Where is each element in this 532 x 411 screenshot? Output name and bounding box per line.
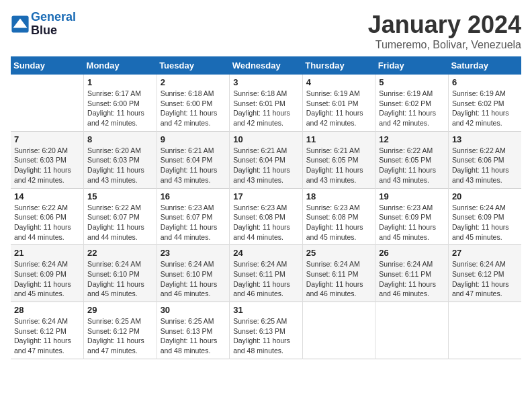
calendar-table: SundayMondayTuesdayWednesdayThursdayFrid… <box>11 56 521 359</box>
calendar-cell: 2Sunrise: 6:18 AM Sunset: 6:00 PM Daylig… <box>157 75 230 131</box>
day-number: 17 <box>233 191 299 201</box>
calendar-cell: 20Sunrise: 6:24 AM Sunset: 6:09 PM Dayli… <box>448 188 521 245</box>
day-number: 19 <box>379 191 445 201</box>
calendar-cell: 17Sunrise: 6:23 AM Sunset: 6:08 PM Dayli… <box>230 188 303 245</box>
day-info: Sunrise: 6:18 AM Sunset: 6:01 PM Dayligh… <box>233 89 299 128</box>
day-number: 29 <box>87 305 153 315</box>
day-number: 18 <box>306 191 372 201</box>
logo: General Blue <box>11 11 76 38</box>
calendar-cell: 6Sunrise: 6:19 AM Sunset: 6:02 PM Daylig… <box>448 75 521 131</box>
day-number: 26 <box>379 248 445 258</box>
calendar-cell: 26Sunrise: 6:24 AM Sunset: 6:11 PM Dayli… <box>375 245 449 302</box>
day-info: Sunrise: 6:24 AM Sunset: 6:11 PM Dayligh… <box>233 259 299 299</box>
day-info: Sunrise: 6:24 AM Sunset: 6:11 PM Dayligh… <box>379 259 445 299</box>
day-info: Sunrise: 6:23 AM Sunset: 6:08 PM Dayligh… <box>306 203 372 242</box>
day-number: 25 <box>306 248 372 258</box>
calendar-subtitle: Tumeremo, Bolivar, Venezuela <box>368 39 521 51</box>
calendar-week-row: 7Sunrise: 6:20 AM Sunset: 6:03 PM Daylig… <box>11 131 521 188</box>
day-info: Sunrise: 6:21 AM Sunset: 6:04 PM Dayligh… <box>233 146 299 185</box>
calendar-cell: 14Sunrise: 6:22 AM Sunset: 6:06 PM Dayli… <box>11 188 84 245</box>
day-info: Sunrise: 6:25 AM Sunset: 6:13 PM Dayligh… <box>161 316 226 356</box>
calendar-cell <box>448 302 521 359</box>
calendar-cell: 1Sunrise: 6:17 AM Sunset: 6:00 PM Daylig… <box>84 75 157 131</box>
logo-text: General Blue <box>31 11 76 38</box>
calendar-cell: 25Sunrise: 6:24 AM Sunset: 6:11 PM Dayli… <box>302 245 375 302</box>
calendar-cell: 11Sunrise: 6:21 AM Sunset: 6:05 PM Dayli… <box>302 131 375 188</box>
day-info: Sunrise: 6:22 AM Sunset: 6:05 PM Dayligh… <box>379 146 445 185</box>
day-info: Sunrise: 6:22 AM Sunset: 6:06 PM Dayligh… <box>14 203 80 242</box>
calendar-cell: 7Sunrise: 6:20 AM Sunset: 6:03 PM Daylig… <box>11 131 84 188</box>
calendar-cell: 28Sunrise: 6:24 AM Sunset: 6:12 PM Dayli… <box>11 302 84 359</box>
day-info: Sunrise: 6:24 AM Sunset: 6:09 PM Dayligh… <box>452 203 518 242</box>
weekday-header: Friday <box>375 56 449 75</box>
day-number: 8 <box>87 134 153 144</box>
day-info: Sunrise: 6:24 AM Sunset: 6:12 PM Dayligh… <box>14 316 80 356</box>
day-number: 16 <box>161 191 226 201</box>
day-number: 23 <box>161 248 226 258</box>
weekday-header: Saturday <box>448 56 521 75</box>
title-block: January 2024 Tumeremo, Bolivar, Venezuel… <box>368 11 521 51</box>
calendar-cell: 8Sunrise: 6:20 AM Sunset: 6:03 PM Daylig… <box>84 131 157 188</box>
calendar-week-row: 1Sunrise: 6:17 AM Sunset: 6:00 PM Daylig… <box>11 75 521 131</box>
day-number: 6 <box>452 77 518 87</box>
calendar-cell: 18Sunrise: 6:23 AM Sunset: 6:08 PM Dayli… <box>302 188 375 245</box>
weekday-header: Tuesday <box>157 56 230 75</box>
calendar-cell <box>302 302 375 359</box>
calendar-cell: 29Sunrise: 6:25 AM Sunset: 6:12 PM Dayli… <box>84 302 157 359</box>
weekday-header: Wednesday <box>230 56 303 75</box>
day-number: 20 <box>452 191 518 201</box>
day-number: 7 <box>14 134 80 144</box>
weekday-header-row: SundayMondayTuesdayWednesdayThursdayFrid… <box>11 56 521 75</box>
day-number: 27 <box>452 248 518 258</box>
logo-icon <box>11 15 30 34</box>
day-info: Sunrise: 6:24 AM Sunset: 6:12 PM Dayligh… <box>452 259 518 299</box>
day-info: Sunrise: 6:24 AM Sunset: 6:10 PM Dayligh… <box>161 259 226 299</box>
day-info: Sunrise: 6:21 AM Sunset: 6:05 PM Dayligh… <box>306 146 372 185</box>
day-number: 1 <box>87 77 153 87</box>
weekday-header: Thursday <box>302 56 375 75</box>
page-header: General Blue January 2024 Tumeremo, Boli… <box>11 11 521 51</box>
weekday-header: Sunday <box>11 56 84 75</box>
calendar-week-row: 14Sunrise: 6:22 AM Sunset: 6:06 PM Dayli… <box>11 188 521 245</box>
day-number: 4 <box>306 77 372 87</box>
day-info: Sunrise: 6:17 AM Sunset: 6:00 PM Dayligh… <box>87 89 153 128</box>
calendar-cell: 24Sunrise: 6:24 AM Sunset: 6:11 PM Dayli… <box>230 245 303 302</box>
calendar-week-row: 28Sunrise: 6:24 AM Sunset: 6:12 PM Dayli… <box>11 302 521 359</box>
day-number: 3 <box>233 77 299 87</box>
day-info: Sunrise: 6:23 AM Sunset: 6:08 PM Dayligh… <box>233 203 299 242</box>
day-info: Sunrise: 6:19 AM Sunset: 6:02 PM Dayligh… <box>452 89 518 128</box>
calendar-cell: 15Sunrise: 6:22 AM Sunset: 6:07 PM Dayli… <box>84 188 157 245</box>
day-number: 28 <box>14 305 80 315</box>
day-info: Sunrise: 6:23 AM Sunset: 6:09 PM Dayligh… <box>379 203 445 242</box>
calendar-cell: 19Sunrise: 6:23 AM Sunset: 6:09 PM Dayli… <box>375 188 449 245</box>
calendar-cell <box>11 75 84 131</box>
calendar-cell: 12Sunrise: 6:22 AM Sunset: 6:05 PM Dayli… <box>375 131 449 188</box>
calendar-week-row: 21Sunrise: 6:24 AM Sunset: 6:09 PM Dayli… <box>11 245 521 302</box>
day-info: Sunrise: 6:19 AM Sunset: 6:02 PM Dayligh… <box>379 89 445 128</box>
calendar-cell: 22Sunrise: 6:24 AM Sunset: 6:10 PM Dayli… <box>84 245 157 302</box>
calendar-cell: 5Sunrise: 6:19 AM Sunset: 6:02 PM Daylig… <box>375 75 449 131</box>
calendar-cell: 27Sunrise: 6:24 AM Sunset: 6:12 PM Dayli… <box>448 245 521 302</box>
calendar-cell: 21Sunrise: 6:24 AM Sunset: 6:09 PM Dayli… <box>11 245 84 302</box>
day-info: Sunrise: 6:22 AM Sunset: 6:06 PM Dayligh… <box>452 146 518 185</box>
day-info: Sunrise: 6:24 AM Sunset: 6:09 PM Dayligh… <box>14 259 80 299</box>
day-number: 13 <box>452 134 518 144</box>
day-info: Sunrise: 6:23 AM Sunset: 6:07 PM Dayligh… <box>161 203 226 242</box>
weekday-header: Monday <box>84 56 157 75</box>
day-number: 24 <box>233 248 299 258</box>
day-number: 12 <box>379 134 445 144</box>
day-number: 11 <box>306 134 372 144</box>
day-number: 31 <box>233 305 299 315</box>
day-info: Sunrise: 6:24 AM Sunset: 6:10 PM Dayligh… <box>87 259 153 299</box>
day-info: Sunrise: 6:20 AM Sunset: 6:03 PM Dayligh… <box>87 146 153 185</box>
day-info: Sunrise: 6:19 AM Sunset: 6:01 PM Dayligh… <box>306 89 372 128</box>
day-info: Sunrise: 6:21 AM Sunset: 6:04 PM Dayligh… <box>161 146 226 185</box>
calendar-cell: 31Sunrise: 6:25 AM Sunset: 6:13 PM Dayli… <box>230 302 303 359</box>
calendar-cell: 10Sunrise: 6:21 AM Sunset: 6:04 PM Dayli… <box>230 131 303 188</box>
day-info: Sunrise: 6:18 AM Sunset: 6:00 PM Dayligh… <box>161 89 226 128</box>
calendar-cell: 16Sunrise: 6:23 AM Sunset: 6:07 PM Dayli… <box>157 188 230 245</box>
day-number: 2 <box>161 77 226 87</box>
day-number: 21 <box>14 248 80 258</box>
day-number: 9 <box>161 134 226 144</box>
calendar-cell: 13Sunrise: 6:22 AM Sunset: 6:06 PM Dayli… <box>448 131 521 188</box>
